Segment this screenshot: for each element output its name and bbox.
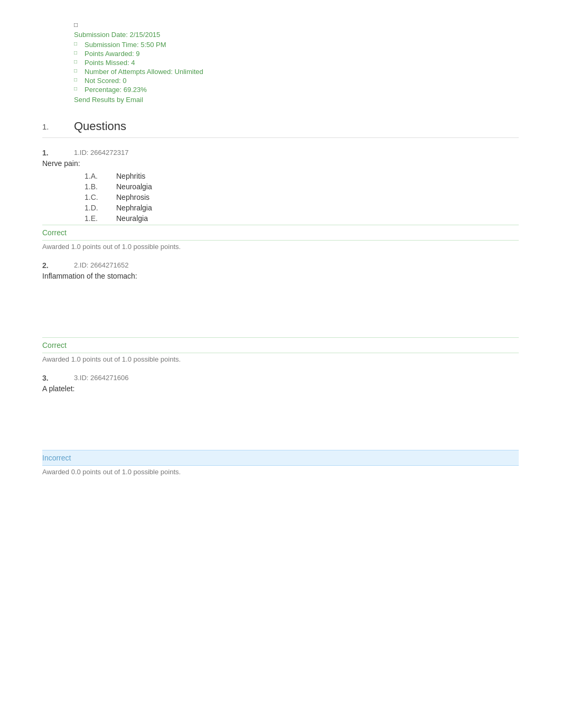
questions-section-title: Questions [74,119,126,133]
placeholder-area-2 [42,284,519,337]
option-1-0: 1.A.Nephritis [85,172,519,180]
question-block-1: 1.1.ID: 2664272317Nerve pain:1.A.Nephrit… [42,149,519,251]
option-label-1-3: 1.D. [85,204,116,212]
points-text-3: Awarded 0.0 points out of 1.0 possible p… [42,468,519,476]
question-block-3: 3.3.ID: 2664271606A platelet:IncorrectAw… [42,374,519,476]
bullet-icon: □ [74,50,83,56]
question-id-1: 1.ID: 2664272317 [74,149,128,156]
question-number-2: 2. [42,261,74,270]
question-text-3: A platelet: [42,384,519,393]
summary-line-1: □Points Awarded: 9 [74,50,519,58]
summary-section: □ Submission Date: 2/15/2015 □Submission… [42,21,519,104]
placeholder-area-3 [42,397,519,450]
option-label-1-0: 1.A. [85,172,116,180]
bullet-icon: □ [74,77,83,82]
question-number-1: 1. [42,149,74,157]
questions-section: 1. Questions 1.1.ID: 2664272317Nerve pai… [42,119,519,476]
points-text-1: Awarded 1.0 points out of 1.0 possible p… [42,243,519,251]
result-label-3: Incorrect [42,454,71,462]
question-row-1: 1.1.ID: 2664272317 [42,149,519,157]
option-label-1-4: 1.E. [85,214,116,223]
result-bar-2: Correct [42,337,519,353]
questions-section-number: 1. [42,122,74,131]
option-1-4: 1.E.Neuralgia [85,214,519,223]
summary-line-3: □Number of Attempts Allowed: Unlimited [74,68,519,76]
question-id-3: 3.ID: 2664271606 [74,374,128,382]
option-1-3: 1.D.Nephralgia [85,204,519,212]
bullet-icon: □ [74,59,83,64]
summary-line-5: □Percentage: 69.23% [74,86,519,94]
summary-line-2: □Points Missed: 4 [74,59,519,67]
option-1-1: 1.B.Neuroalgia [85,182,519,191]
points-text-2: Awarded 1.0 points out of 1.0 possible p… [42,355,519,363]
option-text-1-1: Neuroalgia [116,182,152,191]
summary-line-0: □Submission Time: 5:50 PM [74,41,519,49]
result-bar-1: Correct [42,225,519,241]
option-text-1-4: Neuralgia [116,214,148,223]
option-label-1-2: 1.C. [85,193,116,201]
result-label-1: Correct [42,228,67,237]
bullet-icon: □ [74,86,83,91]
question-text-1: Nerve pain: [42,159,519,168]
result-label-2: Correct [42,341,67,349]
summary-icon: □ [74,21,519,29]
questions-header: 1. Questions [42,119,519,138]
answer-options-1: 1.A.Nephritis1.B.Neuroalgia1.C.Nephrosis… [85,172,519,223]
question-row-2: 2.2.ID: 2664271652 [42,261,519,270]
question-row-3: 3.3.ID: 2664271606 [42,374,519,382]
option-text-1-3: Nephralgia [116,204,152,212]
option-text-1-0: Nephritis [116,172,145,180]
question-text-2: Inflammation of the stomach: [42,272,519,280]
result-bar-3: Incorrect [42,450,519,466]
bullet-icon: □ [74,41,83,47]
option-label-1-1: 1.B. [85,182,116,191]
question-id-2: 2.ID: 2664271652 [74,261,128,269]
bullet-icon: □ [74,68,83,73]
question-block-2: 2.2.ID: 2664271652Inflammation of the st… [42,261,519,363]
question-number-3: 3. [42,374,74,382]
questions-list: 1.1.ID: 2664272317Nerve pain:1.A.Nephrit… [42,149,519,476]
summary-lines: □Submission Time: 5:50 PM□Points Awarded… [74,41,519,94]
option-text-1-2: Nephrosis [116,193,149,201]
summary-line-4: □Not Scored: 0 [74,77,519,85]
option-1-2: 1.C.Nephrosis [85,193,519,201]
send-email-link[interactable]: Send Results by Email [74,96,519,104]
submission-date: Submission Date: 2/15/2015 [74,31,519,39]
